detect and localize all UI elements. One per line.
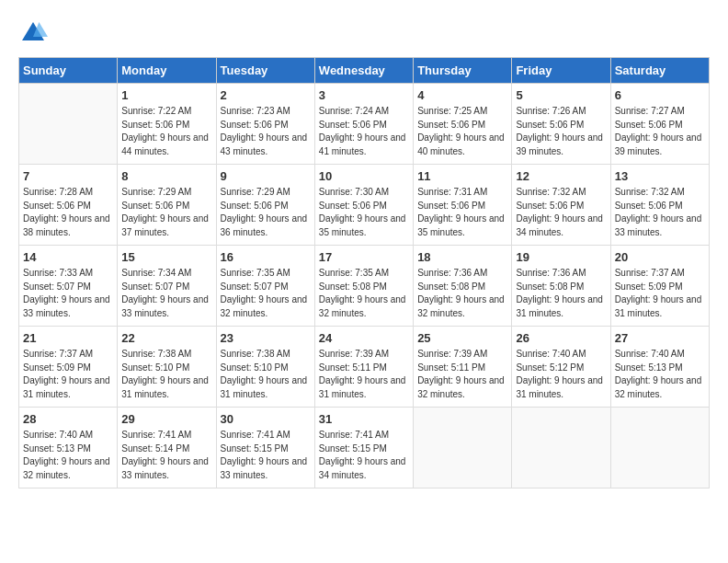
calendar-cell: 14Sunrise: 7:33 AM Sunset: 5:07 PM Dayli…: [19, 246, 118, 327]
calendar-cell: 24Sunrise: 7:39 AM Sunset: 5:11 PM Dayli…: [314, 327, 413, 408]
calendar-cell: 10Sunrise: 7:30 AM Sunset: 5:06 PM Dayli…: [314, 165, 413, 246]
day-number: 21: [23, 331, 113, 345]
day-info: Sunrise: 7:32 AM Sunset: 5:06 PM Dayligh…: [516, 186, 606, 239]
calendar-cell: 13Sunrise: 7:32 AM Sunset: 5:06 PM Dayli…: [610, 165, 709, 246]
calendar-cell: 28Sunrise: 7:40 AM Sunset: 5:13 PM Dayli…: [19, 408, 118, 488]
day-info: Sunrise: 7:23 AM Sunset: 5:06 PM Dayligh…: [221, 105, 311, 158]
day-number: 10: [319, 169, 409, 183]
day-info: Sunrise: 7:31 AM Sunset: 5:06 PM Dayligh…: [417, 186, 507, 239]
day-number: 28: [23, 412, 113, 426]
calendar-week-row: 1Sunrise: 7:22 AM Sunset: 5:06 PM Daylig…: [19, 84, 710, 165]
day-info: Sunrise: 7:39 AM Sunset: 5:11 PM Dayligh…: [417, 348, 507, 401]
calendar-cell: 6Sunrise: 7:27 AM Sunset: 5:06 PM Daylig…: [610, 84, 709, 165]
day-info: Sunrise: 7:36 AM Sunset: 5:08 PM Dayligh…: [417, 267, 507, 320]
day-number: 3: [319, 88, 409, 102]
day-info: Sunrise: 7:28 AM Sunset: 5:06 PM Dayligh…: [23, 186, 113, 239]
day-info: Sunrise: 7:22 AM Sunset: 5:06 PM Dayligh…: [121, 105, 211, 158]
day-number: 11: [417, 169, 507, 183]
calendar-cell: 2Sunrise: 7:23 AM Sunset: 5:06 PM Daylig…: [216, 84, 314, 165]
day-number: 24: [319, 331, 409, 345]
calendar-cell: 5Sunrise: 7:26 AM Sunset: 5:06 PM Daylig…: [512, 84, 610, 165]
day-info: Sunrise: 7:36 AM Sunset: 5:08 PM Dayligh…: [516, 267, 606, 320]
day-number: 31: [319, 412, 409, 426]
day-number: 7: [23, 169, 113, 183]
day-number: 5: [516, 88, 606, 102]
calendar-cell: [19, 84, 118, 165]
day-number: 4: [417, 88, 507, 102]
day-number: 6: [615, 88, 705, 102]
day-number: 29: [121, 412, 211, 426]
calendar-cell: 12Sunrise: 7:32 AM Sunset: 5:06 PM Dayli…: [512, 165, 610, 246]
weekday-header: Saturday: [610, 58, 709, 84]
calendar-cell: 27Sunrise: 7:40 AM Sunset: 5:13 PM Dayli…: [610, 327, 709, 408]
calendar-cell: 26Sunrise: 7:40 AM Sunset: 5:12 PM Dayli…: [512, 327, 610, 408]
calendar-cell: 15Sunrise: 7:34 AM Sunset: 5:07 PM Dayli…: [118, 246, 216, 327]
day-info: Sunrise: 7:34 AM Sunset: 5:07 PM Dayligh…: [121, 267, 211, 320]
calendar-cell: 16Sunrise: 7:35 AM Sunset: 5:07 PM Dayli…: [216, 246, 314, 327]
calendar-week-row: 14Sunrise: 7:33 AM Sunset: 5:07 PM Dayli…: [19, 246, 710, 327]
day-info: Sunrise: 7:37 AM Sunset: 5:09 PM Dayligh…: [615, 267, 705, 320]
weekday-header: Sunday: [19, 58, 118, 84]
calendar-cell: [512, 408, 610, 488]
calendar-cell: 19Sunrise: 7:36 AM Sunset: 5:08 PM Dayli…: [512, 246, 610, 327]
day-info: Sunrise: 7:32 AM Sunset: 5:06 PM Dayligh…: [615, 186, 705, 239]
day-info: Sunrise: 7:29 AM Sunset: 5:06 PM Dayligh…: [221, 186, 311, 239]
day-info: Sunrise: 7:38 AM Sunset: 5:10 PM Dayligh…: [121, 348, 211, 401]
calendar-week-row: 7Sunrise: 7:28 AM Sunset: 5:06 PM Daylig…: [19, 165, 710, 246]
calendar-cell: 23Sunrise: 7:38 AM Sunset: 5:10 PM Dayli…: [216, 327, 314, 408]
calendar-cell: 11Sunrise: 7:31 AM Sunset: 5:06 PM Dayli…: [414, 165, 512, 246]
weekday-header: Monday: [118, 58, 216, 84]
day-number: 22: [121, 331, 211, 345]
logo-icon: [18, 18, 48, 48]
calendar-cell: 30Sunrise: 7:41 AM Sunset: 5:15 PM Dayli…: [216, 408, 314, 488]
day-info: Sunrise: 7:39 AM Sunset: 5:11 PM Dayligh…: [319, 348, 409, 401]
calendar-cell: 3Sunrise: 7:24 AM Sunset: 5:06 PM Daylig…: [314, 84, 413, 165]
calendar-table: SundayMondayTuesdayWednesdayThursdayFrid…: [18, 57, 710, 488]
day-number: 16: [221, 250, 311, 264]
calendar-cell: 17Sunrise: 7:35 AM Sunset: 5:08 PM Dayli…: [314, 246, 413, 327]
day-number: 30: [221, 412, 311, 426]
day-info: Sunrise: 7:41 AM Sunset: 5:14 PM Dayligh…: [121, 429, 211, 482]
day-info: Sunrise: 7:26 AM Sunset: 5:06 PM Dayligh…: [516, 105, 606, 158]
day-info: Sunrise: 7:40 AM Sunset: 5:12 PM Dayligh…: [516, 348, 606, 401]
day-number: 18: [417, 250, 507, 264]
day-info: Sunrise: 7:41 AM Sunset: 5:15 PM Dayligh…: [319, 429, 409, 482]
page-header: [18, 18, 710, 48]
day-number: 20: [615, 250, 705, 264]
day-number: 12: [516, 169, 606, 183]
calendar-cell: 21Sunrise: 7:37 AM Sunset: 5:09 PM Dayli…: [19, 327, 118, 408]
day-info: Sunrise: 7:35 AM Sunset: 5:08 PM Dayligh…: [319, 267, 409, 320]
weekday-header: Tuesday: [216, 58, 314, 84]
weekday-header: Wednesday: [314, 58, 413, 84]
day-info: Sunrise: 7:29 AM Sunset: 5:06 PM Dayligh…: [121, 186, 211, 239]
weekday-header-row: SundayMondayTuesdayWednesdayThursdayFrid…: [19, 58, 710, 84]
day-info: Sunrise: 7:33 AM Sunset: 5:07 PM Dayligh…: [23, 267, 113, 320]
day-info: Sunrise: 7:25 AM Sunset: 5:06 PM Dayligh…: [417, 105, 507, 158]
day-number: 2: [221, 88, 311, 102]
day-info: Sunrise: 7:30 AM Sunset: 5:06 PM Dayligh…: [319, 186, 409, 239]
day-number: 19: [516, 250, 606, 264]
calendar-cell: 8Sunrise: 7:29 AM Sunset: 5:06 PM Daylig…: [118, 165, 216, 246]
calendar-week-row: 28Sunrise: 7:40 AM Sunset: 5:13 PM Dayli…: [19, 408, 710, 488]
day-number: 14: [23, 250, 113, 264]
day-number: 8: [121, 169, 211, 183]
day-info: Sunrise: 7:35 AM Sunset: 5:07 PM Dayligh…: [221, 267, 311, 320]
day-number: 26: [516, 331, 606, 345]
calendar-cell: 1Sunrise: 7:22 AM Sunset: 5:06 PM Daylig…: [118, 84, 216, 165]
day-info: Sunrise: 7:40 AM Sunset: 5:13 PM Dayligh…: [615, 348, 705, 401]
calendar-cell: 18Sunrise: 7:36 AM Sunset: 5:08 PM Dayli…: [414, 246, 512, 327]
day-number: 1: [121, 88, 211, 102]
day-number: 9: [221, 169, 311, 183]
day-info: Sunrise: 7:41 AM Sunset: 5:15 PM Dayligh…: [221, 429, 311, 482]
day-number: 27: [615, 331, 705, 345]
calendar-cell: 20Sunrise: 7:37 AM Sunset: 5:09 PM Dayli…: [610, 246, 709, 327]
calendar-cell: 22Sunrise: 7:38 AM Sunset: 5:10 PM Dayli…: [118, 327, 216, 408]
day-number: 15: [121, 250, 211, 264]
calendar-cell: 4Sunrise: 7:25 AM Sunset: 5:06 PM Daylig…: [414, 84, 512, 165]
day-number: 17: [319, 250, 409, 264]
day-number: 13: [615, 169, 705, 183]
logo: [18, 18, 53, 48]
weekday-header: Thursday: [414, 58, 512, 84]
day-number: 25: [417, 331, 507, 345]
calendar-cell: 31Sunrise: 7:41 AM Sunset: 5:15 PM Dayli…: [314, 408, 413, 488]
